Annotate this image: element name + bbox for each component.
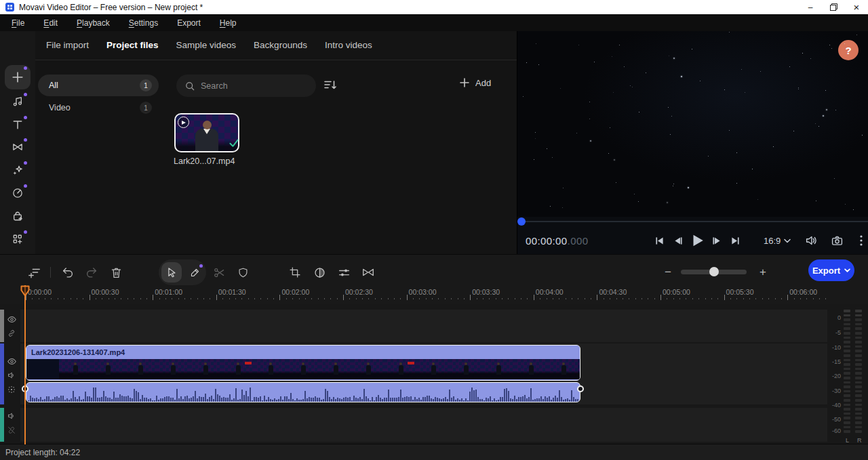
clip-properties-button[interactable] — [336, 264, 352, 280]
help-button[interactable]: ? — [838, 40, 859, 60]
marker-tool-button[interactable] — [184, 262, 205, 283]
delete-button[interactable] — [108, 264, 124, 280]
timeline-ruler[interactable]: 0:00:0000:00:3000:01:0000:01:3000:02:000… — [20, 285, 834, 304]
waveform-bar — [294, 400, 296, 402]
waveform-bar — [557, 398, 558, 402]
restore-button[interactable] — [822, 0, 845, 14]
sidebar-item-import-media[interactable] — [5, 65, 31, 89]
waveform-bar — [473, 390, 475, 402]
tab-file-import[interactable]: File import — [46, 40, 89, 57]
clip-right-handle[interactable] — [577, 385, 584, 392]
zoom-in-button[interactable]: + — [755, 264, 771, 280]
sidebar-item-filters[interactable] — [5, 183, 31, 203]
sidebar-item-transitions[interactable] — [5, 137, 31, 157]
timeline-video-clip[interactable]: Lark20231206-131407.mp4 — [26, 345, 580, 381]
waveform-bar — [569, 400, 570, 402]
menu-settings[interactable]: Settings — [121, 16, 165, 30]
sidebar-item-stickers[interactable] — [5, 206, 31, 226]
undo-button[interactable] — [60, 264, 76, 280]
meter-led — [844, 350, 850, 352]
playhead-pin[interactable] — [20, 285, 31, 300]
seek-handle[interactable] — [517, 217, 526, 226]
waveform-bar — [498, 400, 499, 402]
zoom-out-button[interactable]: − — [660, 264, 676, 280]
close-button[interactable]: × — [845, 0, 868, 14]
sort-button[interactable] — [323, 77, 339, 93]
tab-backgrounds[interactable]: Backgrounds — [254, 40, 307, 57]
video-track-visibility-button[interactable] — [5, 355, 18, 367]
next-frame-button[interactable] — [709, 233, 724, 248]
seek-bar[interactable] — [517, 217, 868, 227]
audio-waveform — [26, 384, 580, 402]
marker-button[interactable] — [235, 264, 251, 280]
sidebar-item-effects[interactable] — [5, 160, 31, 180]
video-track-mute-button[interactable] — [5, 369, 18, 381]
waveform-bar — [268, 397, 269, 402]
ruler-tick — [140, 298, 141, 299]
audio-track-row[interactable] — [20, 408, 827, 442]
select-tool-button[interactable] — [161, 262, 182, 283]
tab-project-files[interactable]: Project files — [106, 40, 159, 57]
filter-all[interactable]: All 1 — [38, 75, 159, 96]
camera-icon — [831, 234, 844, 247]
add-track-button[interactable] — [26, 264, 43, 280]
more-options-button[interactable] — [854, 233, 868, 248]
color-adjustments-button[interactable] — [311, 264, 328, 280]
overlay-track-visibility-button[interactable] — [5, 313, 18, 325]
crop-button[interactable] — [287, 264, 303, 280]
search-input[interactable] — [201, 81, 302, 91]
redo-button[interactable] — [83, 264, 100, 280]
volume-button[interactable] — [804, 233, 818, 248]
star — [681, 76, 682, 77]
meter-led — [855, 404, 862, 406]
previous-frame-button[interactable] — [671, 233, 686, 248]
sidebar-item-audio[interactable] — [5, 91, 31, 112]
snapshot-button[interactable] — [829, 233, 844, 248]
menu-export[interactable]: Export — [170, 16, 208, 30]
menu-edit[interactable]: Edit — [36, 16, 65, 30]
sidebar-item-more-tools[interactable] — [5, 229, 31, 249]
minimize-button[interactable]: – — [799, 0, 822, 14]
ruler-tick — [203, 298, 204, 299]
star — [638, 201, 639, 202]
scissors-icon — [213, 266, 226, 279]
audio-track-unlink-button[interactable] — [5, 424, 18, 436]
timeline-audio-clip[interactable] — [26, 382, 580, 402]
search-box[interactable] — [176, 75, 316, 97]
export-button[interactable]: Export — [808, 259, 854, 281]
waveform-bar — [449, 390, 450, 402]
tab-intro-videos[interactable]: Intro videos — [325, 40, 372, 57]
ruler-tick — [521, 298, 521, 299]
menu-file[interactable]: File — [4, 16, 32, 30]
waveform-bar — [62, 396, 64, 402]
filmstrip-frame — [189, 359, 222, 379]
playhead-line[interactable] — [24, 285, 26, 444]
star — [668, 107, 669, 108]
filter-video[interactable]: Video 1 — [38, 100, 159, 115]
skip-to-end-button[interactable] — [728, 233, 743, 248]
thumbnail-play-icon[interactable] — [178, 117, 189, 128]
zoom-slider-handle[interactable] — [709, 267, 719, 276]
video-track-motion-button[interactable] — [5, 383, 18, 396]
ruler-tick — [248, 298, 249, 299]
timeline-zoom-slider[interactable] — [681, 270, 747, 274]
sidebar-item-titles[interactable] — [5, 114, 31, 135]
waveform-bar — [376, 397, 377, 402]
skip-to-start-button[interactable] — [652, 233, 667, 248]
menu-playback[interactable]: Playback — [69, 16, 117, 30]
aspect-ratio-dropdown[interactable]: 16:9 — [764, 236, 791, 246]
overlay-track-row[interactable] — [20, 310, 827, 342]
add-button[interactable]: Add — [459, 77, 491, 88]
waveform-bar — [156, 396, 157, 402]
meter-channel-label: R — [857, 437, 862, 444]
overlay-track-link-button[interactable] — [5, 327, 18, 339]
waveform-bar — [530, 388, 532, 402]
star — [829, 45, 830, 45]
tab-sample-videos[interactable]: Sample videos — [176, 40, 237, 57]
play-button[interactable] — [690, 233, 705, 248]
transition-button[interactable] — [360, 264, 376, 280]
menu-help[interactable]: Help — [212, 16, 244, 30]
cut-button[interactable] — [211, 264, 227, 280]
audio-track-mute-button[interactable] — [5, 410, 18, 422]
seek-track[interactable] — [517, 221, 868, 222]
